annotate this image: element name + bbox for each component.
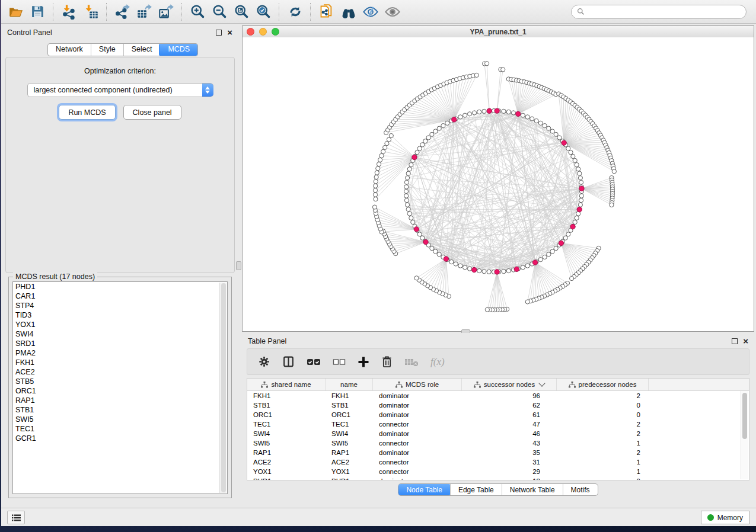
mcds-result-item[interactable]: GCR1 — [13, 434, 227, 443]
network-window-titlebar[interactable]: YPA_prune.txt_1 — [243, 26, 754, 38]
select-all-columns-icon[interactable] — [307, 357, 321, 367]
mcds-panel: Optimization criterion: largest connecte… — [5, 57, 235, 273]
show-panels-menu-button[interactable] — [7, 511, 25, 524]
deselect-all-columns-icon[interactable] — [333, 357, 346, 367]
mcds-result-item[interactable]: FKH1 — [13, 358, 227, 367]
optimization-criterion-select[interactable]: largest connected component (undirected) — [27, 83, 213, 97]
column-header-successor-nodes[interactable]: successor nodes — [462, 379, 557, 390]
table-panel-title: Table Panel — [248, 337, 286, 345]
memory-button[interactable]: Memory — [701, 511, 749, 524]
tab-edge-table[interactable]: Edge Table — [450, 484, 502, 495]
table-row[interactable]: ORC1ORC1dominator610 — [247, 410, 749, 419]
search-input[interactable] — [571, 5, 747, 19]
table-cell: 0 — [557, 402, 649, 409]
tab-network[interactable]: Network — [48, 44, 91, 56]
open-file-button[interactable] — [5, 2, 27, 21]
mcds-result-item[interactable]: SWI5 — [13, 415, 227, 424]
table-cell: SWI5 — [326, 440, 373, 447]
table-row[interactable]: PHD1PHD1dominator180 — [247, 476, 749, 480]
vertical-splitter-handle[interactable] — [236, 261, 241, 270]
column-header-mcds-role[interactable]: MCDS role — [373, 379, 462, 390]
tab-node-table[interactable]: Node Table — [398, 483, 451, 496]
table-cell: 18 — [462, 477, 557, 480]
add-column-icon[interactable] — [358, 356, 369, 368]
import-network-button[interactable] — [58, 2, 80, 21]
toolbar-separator — [106, 3, 107, 21]
mcds-result-item[interactable]: TID3 — [13, 310, 227, 320]
table-row[interactable]: YOX1YOX1connector291 — [247, 467, 749, 476]
tab-network-table[interactable]: Network Table — [502, 484, 563, 495]
float-panel-icon[interactable] — [216, 30, 222, 36]
tab-motifs[interactable]: Motifs — [563, 484, 598, 495]
table-row[interactable]: SWI5SWI5connector431 — [247, 438, 749, 448]
delete-table-icon[interactable] — [404, 357, 419, 367]
clone-network-icon — [318, 4, 334, 20]
export-image-button[interactable] — [155, 2, 177, 21]
close-panel-icon[interactable]: × — [227, 30, 232, 36]
table-cell: STB1 — [247, 402, 326, 409]
mcds-result-item[interactable]: TEC1 — [13, 424, 227, 434]
zoom-out-button[interactable] — [209, 2, 231, 21]
network-window-title: YPA_prune.txt_1 — [243, 28, 754, 36]
network-view-window: YPA_prune.txt_1 — [242, 25, 754, 332]
table-row[interactable]: STB1STB1dominator620 — [247, 400, 749, 410]
mcds-result-item[interactable]: ACE2 — [13, 367, 227, 377]
table-row[interactable]: SWI4SWI4dominator462 — [247, 429, 749, 438]
tab-style[interactable]: Style — [91, 44, 123, 56]
close-panel-button[interactable]: Close panel — [123, 105, 181, 120]
mcds-result-item[interactable]: ORC1 — [13, 386, 227, 396]
table-row[interactable]: RAP1RAP1dominator352 — [247, 448, 749, 457]
import-network-icon — [61, 4, 77, 20]
table-row[interactable]: ACE2ACE2connector311 — [247, 457, 749, 467]
hide-graphics-details-button[interactable] — [359, 2, 381, 21]
tab-mcds[interactable]: MCDS — [159, 43, 198, 56]
save-session-button[interactable] — [27, 2, 49, 21]
table-scrollbar-thumb[interactable] — [742, 393, 747, 439]
mcds-result-item[interactable]: PHD1 — [13, 282, 227, 291]
tab-select[interactable]: Select — [123, 44, 160, 56]
mcds-result-item[interactable]: YOX1 — [13, 320, 227, 329]
zoom-fit-button[interactable] — [231, 2, 253, 21]
optimization-criterion-label: Optimization criterion: — [6, 67, 234, 75]
show-graphics-details-button[interactable] — [381, 2, 403, 21]
mcds-result-item[interactable]: STB5 — [13, 377, 227, 386]
mcds-result-item[interactable]: RAP1 — [13, 396, 227, 405]
search-network-button[interactable] — [337, 2, 359, 21]
mcds-result-list[interactable]: PHD1CAR1STP4TID3YOX1SWI4SRD1PMA2FKH1ACE2… — [12, 281, 228, 494]
table-row[interactable]: FKH1FKH1dominator962 — [247, 391, 749, 400]
table-cell: dominator — [373, 430, 462, 437]
column-panel-icon[interactable] — [282, 355, 295, 368]
clone-network-button[interactable] — [315, 2, 337, 21]
delete-column-icon[interactable] — [381, 355, 393, 368]
table-cell: SWI4 — [247, 430, 326, 437]
close-panel-icon[interactable]: × — [743, 338, 748, 344]
zoom-selected-button[interactable] — [253, 2, 275, 21]
table-cell: STB1 — [326, 402, 373, 409]
export-network-button[interactable] — [111, 2, 133, 21]
mcds-result-item[interactable]: SWI4 — [13, 329, 227, 339]
sort-descending-icon — [538, 380, 545, 386]
table-scrollbar[interactable] — [741, 391, 748, 479]
function-builder-icon[interactable]: f(x) — [430, 356, 445, 368]
mcds-result-item[interactable]: PMA2 — [13, 348, 227, 358]
mcds-result-item[interactable]: CAR1 — [13, 291, 227, 301]
column-header-predecessor-nodes[interactable]: predecessor nodes — [557, 379, 649, 390]
mcds-result-item[interactable]: STB1 — [13, 405, 227, 415]
mcds-list-scrollbar[interactable] — [219, 283, 227, 493]
mcds-result-item[interactable]: STP4 — [13, 301, 227, 310]
mcds-result-item[interactable]: SRD1 — [13, 339, 227, 348]
zoom-in-button[interactable] — [187, 2, 209, 21]
refresh-button[interactable] — [284, 2, 306, 21]
export-table-button[interactable] — [133, 2, 155, 21]
column-header-name[interactable]: name — [326, 379, 373, 390]
run-mcds-button[interactable]: Run MCDS — [59, 105, 115, 120]
table-cell: 29 — [462, 468, 557, 475]
column-header-shared-name[interactable]: shared name — [247, 379, 326, 390]
table-body[interactable]: FKH1FKH1dominator962STB1STB1dominator620… — [247, 391, 749, 480]
search-field[interactable] — [588, 7, 741, 17]
table-settings-icon[interactable] — [258, 355, 270, 368]
table-row[interactable]: TEC1TEC1connector472 — [247, 419, 749, 429]
float-panel-icon[interactable] — [732, 338, 738, 344]
network-canvas[interactable] — [243, 37, 754, 331]
import-table-button[interactable] — [80, 2, 102, 21]
